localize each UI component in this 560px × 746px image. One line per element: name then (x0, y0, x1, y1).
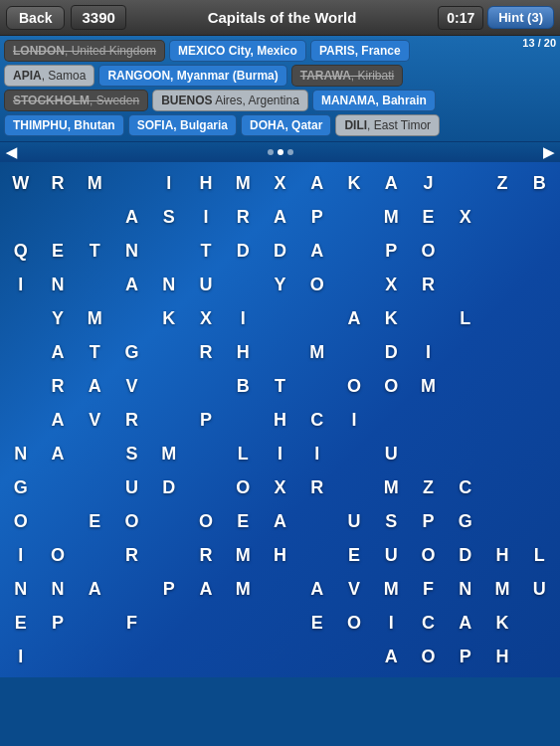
grid-cell-14-14[interactable] (521, 640, 558, 673)
grid-cell-10-6[interactable]: E (225, 504, 262, 538)
scroll-dot-0[interactable] (268, 149, 274, 155)
grid-cell-6-1[interactable]: R (39, 369, 76, 403)
grid-cell-5-1[interactable]: A (39, 335, 76, 369)
grid-cell-13-6[interactable] (225, 606, 262, 640)
grid-cell-1-2[interactable] (77, 200, 113, 234)
grid-cell-2-4[interactable] (150, 234, 187, 268)
grid-cell-3-8[interactable]: O (298, 268, 335, 301)
grid-cell-4-11[interactable] (410, 301, 447, 335)
grid-cell-9-10[interactable]: M (373, 470, 410, 504)
grid-cell-10-8[interactable] (298, 504, 335, 538)
grid-cell-3-6[interactable] (225, 268, 262, 301)
grid-cell-4-9[interactable]: A (335, 301, 372, 335)
grid-cell-13-9[interactable]: O (335, 606, 372, 640)
grid-cell-0-13[interactable]: Z (483, 166, 520, 200)
grid-cell-14-1[interactable] (39, 640, 76, 673)
grid-cell-12-8[interactable]: A (298, 572, 335, 606)
grid-cell-14-10[interactable]: A (373, 640, 410, 673)
grid-cell-3-5[interactable]: U (187, 268, 224, 301)
grid-cell-0-2[interactable]: M (77, 166, 113, 200)
grid-cell-3-1[interactable]: N (39, 268, 76, 301)
grid-cell-14-12[interactable]: P (447, 640, 483, 673)
chip-3-0[interactable]: THIMPHU, Bhutan (4, 114, 124, 136)
grid-cell-13-13[interactable]: K (483, 606, 520, 640)
grid-cell-7-5[interactable]: P (187, 403, 224, 437)
grid-cell-8-1[interactable]: A (39, 437, 76, 470)
grid-cell-5-4[interactable] (150, 335, 187, 369)
grid-cell-13-5[interactable] (187, 606, 224, 640)
grid-cell-14-6[interactable] (225, 640, 262, 673)
grid-cell-14-8[interactable] (298, 640, 335, 673)
chip-3-2[interactable]: DOHA, Qatar (241, 114, 331, 136)
grid-cell-14-0[interactable]: I (2, 640, 39, 673)
grid-cell-4-14[interactable] (521, 301, 558, 335)
grid-cell-6-5[interactable] (187, 369, 224, 403)
grid-cell-8-0[interactable]: N (2, 437, 39, 470)
grid-cell-11-7[interactable]: H (262, 538, 298, 572)
scroll-right-arrow[interactable]: ▶ (543, 144, 554, 160)
grid-cell-3-12[interactable] (447, 268, 483, 301)
grid-cell-1-13[interactable] (483, 200, 520, 234)
grid-cell-11-6[interactable]: M (225, 538, 262, 572)
grid-cell-8-14[interactable] (521, 437, 558, 470)
grid-cell-6-4[interactable] (150, 369, 187, 403)
grid-cell-11-1[interactable]: O (39, 538, 76, 572)
grid-cell-7-2[interactable]: V (77, 403, 113, 437)
grid-cell-2-0[interactable]: Q (2, 234, 39, 268)
grid-cell-1-8[interactable]: P (298, 200, 335, 234)
chip-0-0[interactable]: LONDON, United Kingdom (4, 40, 165, 62)
grid-cell-2-13[interactable] (483, 234, 520, 268)
grid-cell-5-11[interactable]: I (410, 335, 447, 369)
grid-cell-12-7[interactable] (262, 572, 298, 606)
grid-cell-3-2[interactable] (77, 268, 113, 301)
grid-cell-10-2[interactable]: E (77, 504, 113, 538)
grid-cell-3-13[interactable] (483, 268, 520, 301)
grid-cell-7-9[interactable]: I (335, 403, 372, 437)
grid-cell-8-7[interactable]: I (262, 437, 298, 470)
grid-cell-4-4[interactable]: K (150, 301, 187, 335)
grid-cell-12-4[interactable]: P (150, 572, 187, 606)
grid-cell-11-0[interactable]: I (2, 538, 39, 572)
grid-cell-4-12[interactable]: L (447, 301, 483, 335)
grid-cell-2-5[interactable]: T (187, 234, 224, 268)
grid-cell-9-8[interactable]: R (298, 470, 335, 504)
grid-cell-10-10[interactable]: S (373, 504, 410, 538)
grid-cell-10-14[interactable] (521, 504, 558, 538)
grid-cell-14-2[interactable] (77, 640, 113, 673)
grid-cell-7-12[interactable] (447, 403, 483, 437)
chip-0-1[interactable]: MEXICO City, Mexico (169, 40, 306, 62)
grid-cell-11-4[interactable] (150, 538, 187, 572)
grid-cell-12-11[interactable]: F (410, 572, 447, 606)
chip-3-1[interactable]: SOFIA, Bulgaria (128, 114, 237, 136)
grid-cell-2-10[interactable]: P (373, 234, 410, 268)
grid-cell-12-13[interactable]: M (483, 572, 520, 606)
grid-cell-2-9[interactable] (335, 234, 372, 268)
grid-cell-4-10[interactable]: K (373, 301, 410, 335)
grid-cell-0-4[interactable]: I (150, 166, 187, 200)
grid-cell-12-2[interactable]: A (77, 572, 113, 606)
grid-cell-6-2[interactable]: A (77, 369, 113, 403)
grid-cell-4-8[interactable] (298, 301, 335, 335)
grid-cell-1-14[interactable] (521, 200, 558, 234)
grid-cell-11-10[interactable]: U (373, 538, 410, 572)
grid-cell-0-5[interactable]: H (187, 166, 224, 200)
grid-cell-1-9[interactable] (335, 200, 372, 234)
scroll-dot-2[interactable] (287, 149, 293, 155)
grid-cell-9-13[interactable] (483, 470, 520, 504)
grid-cell-14-3[interactable] (113, 640, 150, 673)
grid-cell-0-0[interactable]: W (2, 166, 39, 200)
grid-cell-11-5[interactable]: R (187, 538, 224, 572)
grid-cell-12-9[interactable]: V (335, 572, 372, 606)
grid-cell-7-14[interactable] (521, 403, 558, 437)
grid-cell-2-11[interactable]: O (410, 234, 447, 268)
grid-cell-12-1[interactable]: N (39, 572, 76, 606)
grid-cell-2-12[interactable] (447, 234, 483, 268)
grid-cell-3-11[interactable]: R (410, 268, 447, 301)
grid-cell-14-5[interactable] (187, 640, 224, 673)
grid-cell-9-12[interactable]: C (447, 470, 483, 504)
grid-cell-13-2[interactable] (77, 606, 113, 640)
grid-cell-9-6[interactable]: O (225, 470, 262, 504)
grid-cell-1-1[interactable] (39, 200, 76, 234)
grid-cell-13-3[interactable]: F (113, 606, 150, 640)
grid-cell-10-1[interactable] (39, 504, 76, 538)
